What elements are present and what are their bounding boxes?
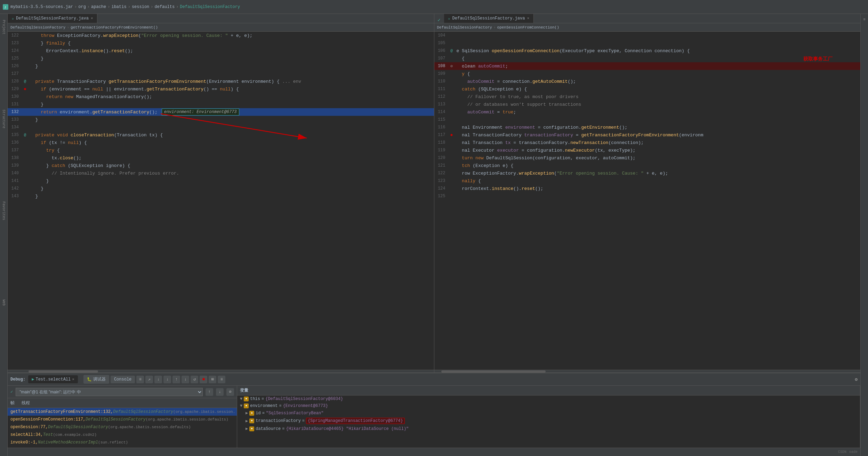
java-icon-right: ☕: [448, 16, 450, 21]
tab-right-close[interactable]: ×: [527, 16, 529, 21]
r-code-line-112: 112 // Failover to true, as most poor dr…: [434, 93, 861, 101]
var-id-val: "SqlSessionFactoryBean": [266, 411, 324, 416]
code-line-131: 131 }: [8, 101, 434, 108]
frame-item-0[interactable]: getTransactionFactoryFromEnvironment:132…: [8, 408, 237, 416]
left-breadcrumb: DefaultSqlSessionFactory › getTransactio…: [8, 23, 434, 32]
breakpoint-129[interactable]: ●: [24, 86, 26, 92]
r-code-line-115: 115: [434, 116, 861, 123]
breakpoint-117[interactable]: ●: [450, 132, 453, 138]
thread-run-icon: ✓: [10, 389, 13, 394]
right-strip-icon-1[interactable]: ≡: [862, 17, 867, 22]
app-icon: J: [3, 4, 8, 10]
debug-run-icon: ▶: [32, 377, 34, 382]
code-line-139: 139 } catch (SQLException ignore) {: [8, 162, 434, 169]
favorites-icon[interactable]: Favorites: [1, 200, 7, 221]
tab-right-label: DefaultSqlSessionFactory.java: [452, 16, 525, 21]
thread-up-btn[interactable]: ↑: [206, 388, 213, 396]
right-code-body[interactable]: 获取事务工厂 104 105: [434, 32, 861, 370]
debug-session-tab[interactable]: ▶ Test.selectAll ×: [28, 375, 78, 383]
frame-pkg-0: (org.apache.ibatis.session.: [173, 410, 235, 414]
left-bc-class[interactable]: DefaultSqlSessionFactory: [10, 25, 65, 30]
frame-item-1[interactable]: openSessionFromConnection:117, DefaultSq…: [8, 416, 237, 423]
code-line-130: 130 return new ManagedTransactionFactory…: [8, 93, 434, 101]
project-icon[interactable]: Project: [1, 17, 7, 38]
frame-item-4[interactable]: invoke0:-1, NativeMethodAccessorImpl (su…: [8, 439, 237, 446]
annotation-135: @: [24, 133, 26, 137]
breadcrumb-jar[interactable]: mybatis-3.5.5-sources.jar: [10, 5, 73, 9]
frame-item-3[interactable]: selectAll:34, Test (com.example.csdn2): [8, 431, 237, 439]
code-line-138: 138 tx.close();: [8, 154, 434, 162]
list-icon-btn[interactable]: ≡: [136, 376, 144, 383]
tab-right[interactable]: ☕ DefaultSqlSessionFactory.java ×: [444, 14, 534, 23]
step-over-btn[interactable]: ↗: [145, 376, 153, 383]
debug-session-label: Test.selectAll: [35, 377, 71, 382]
breadcrumb-apache[interactable]: apache: [91, 5, 106, 9]
var-id[interactable]: ▶ ● id = "SqlSessionFactoryBean": [237, 409, 860, 417]
console-tab[interactable]: Console: [111, 376, 135, 383]
right-bc-class[interactable]: DefaultSqlSessionFactory: [437, 25, 492, 30]
r-code-line-105: 105: [434, 39, 861, 47]
settings-icon[interactable]: ⚙: [855, 377, 858, 382]
frame-class-3: Test: [43, 432, 53, 437]
var-this-expand[interactable]: ▼: [240, 397, 242, 401]
frames-panel: ✓ "main"@1 在组 "main": 运行中 中 ↑ ↓ ⊘ 帧 线程: [8, 386, 237, 448]
web-icon[interactable]: Web: [1, 292, 7, 313]
frame-pkg-1: (org.apache.ibatis.session.defaults): [146, 417, 228, 422]
code-line-136: 136 if (tx != null) {: [8, 139, 434, 146]
svg-text:J: J: [4, 6, 6, 9]
frame-class-2: DefaultSqlSessionFactory: [48, 425, 108, 430]
tab-left-label: DefaultSqlSessionFactory.java: [16, 16, 89, 21]
var-transactionfactory[interactable]: ▶ ● transactionFactory = {SpringManagedT…: [237, 417, 860, 425]
breadcrumb-session[interactable]: session: [132, 5, 149, 9]
var-id-expand[interactable]: ▶: [246, 410, 248, 416]
annotation-chinese: 获取事务工厂: [803, 56, 833, 62]
layout-btn[interactable]: ⊞: [209, 376, 216, 383]
debug-session-close[interactable]: ×: [72, 377, 74, 382]
frame-class-4: NativeMethodAccessorImpl: [38, 440, 98, 445]
more-btn[interactable]: ≡: [218, 376, 225, 383]
r-code-line-113: 113 // or databases won't support transa…: [434, 101, 861, 108]
var-datasource[interactable]: ▶ ● dataSource = {HikariDataSource@4465}…: [237, 425, 860, 432]
var-env-expand[interactable]: ▼: [240, 403, 242, 408]
step-out-btn[interactable]: ↓: [163, 376, 171, 383]
var-tf-expand[interactable]: ▶: [246, 418, 248, 424]
debug-main: ✓ "main"@1 在组 "main": 运行中 中 ↑ ↓ ⊘ 帧 线程: [8, 386, 860, 448]
debugger-tab[interactable]: 🐛 调试器: [83, 375, 109, 384]
r-code-line-116: 116 nal Environment environment = config…: [434, 123, 861, 131]
tab-left[interactable]: ☕ DefaultSqlSessionFactory.java ×: [8, 14, 97, 23]
thread-down-btn[interactable]: ↓: [216, 388, 224, 396]
left-code-panel: DefaultSqlSessionFactory › getTransactio…: [8, 23, 434, 373]
var-this[interactable]: ▼ ● this = {DefaultSqlSessionFactory@603…: [237, 395, 860, 402]
r-code-line-107: 107 {: [434, 55, 861, 62]
right-bc-method[interactable]: openSessionFromConnection(): [497, 25, 559, 30]
breadcrumb-defaults[interactable]: defaults: [155, 5, 175, 9]
code-line-133: 133 }: [8, 116, 434, 123]
run-to-cursor-btn[interactable]: ↑: [172, 376, 180, 383]
var-ds-expand[interactable]: ▶: [246, 426, 248, 431]
frame-item-2[interactable]: openSession:77, DefaultSqlSessionFactory…: [8, 423, 237, 431]
step-into-btn[interactable]: ↓: [154, 376, 162, 383]
frames-header: 帧 线程: [8, 398, 237, 408]
tab-left-close[interactable]: ×: [91, 16, 93, 21]
frames-header-thread: 线程: [22, 400, 30, 406]
breadcrumb-ibatis[interactable]: ibatis: [111, 5, 126, 9]
status-text: CSDN: [838, 450, 846, 454]
stop-btn[interactable]: ■: [200, 376, 207, 383]
var-env-val: {Environment@6773}: [283, 403, 328, 408]
thread-dropdown[interactable]: "main"@1 在组 "main": 运行中 中: [16, 388, 203, 396]
restart-btn[interactable]: ↺: [191, 376, 198, 383]
breadcrumb-class[interactable]: DefaultSqlSessionFactory: [180, 5, 240, 9]
frame-pkg-3: (com.example.csdn2): [53, 433, 96, 437]
code-line-127: 127: [8, 70, 434, 78]
left-bc-method[interactable]: getTransactionFactoryFromEnvironment(): [71, 25, 158, 30]
code-line-132: 132 return environment.getTransactionFac…: [8, 108, 434, 116]
frame-name-2: openSession:77,: [10, 425, 48, 430]
var-environment[interactable]: ▼ ● environment = {Environment@6773}: [237, 402, 860, 409]
breadcrumb-org[interactable]: org: [78, 5, 86, 9]
code-line-125: 125 }: [8, 55, 434, 62]
left-code-body[interactable]: 122 throw ExceptionFactory.wrapException…: [8, 32, 434, 370]
evaluate-btn[interactable]: ↓: [182, 376, 189, 383]
structure-icon[interactable]: Structure: [1, 109, 7, 129]
thread-filter-btn[interactable]: ⊘: [226, 388, 234, 396]
frame-pkg-4: (sun.reflect): [98, 440, 128, 445]
